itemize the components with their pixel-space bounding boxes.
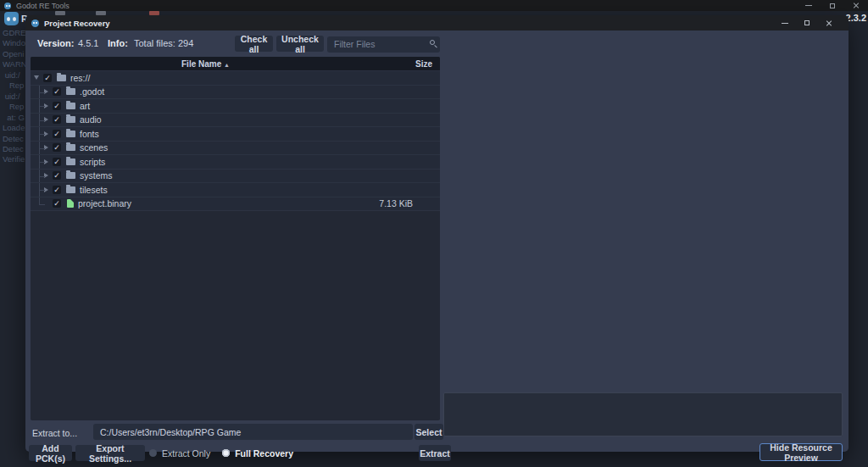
select-folder-button[interactable]: Select [415, 424, 443, 440]
background-log-output: GDREWindoOpeniWARN uid:/ Rep uid:/ Rep a… [3, 28, 25, 172]
uncheck-all-button[interactable]: Uncheck all [276, 36, 324, 52]
folder-icon [66, 131, 75, 137]
version-label: Version: [37, 38, 74, 48]
tree-guide-line [39, 114, 46, 127]
extract-button[interactable]: Extract [419, 445, 451, 461]
dialog-body: Version: 4.5.1 Info: Total files: 294 Ch… [25, 31, 849, 452]
tree-row[interactable]: ✓scenes [31, 142, 440, 156]
file-tree: File Name ▲ Size ✓res://✓.godot✓art✓audi… [31, 57, 440, 420]
tree-guide-line [39, 86, 46, 99]
tree-row[interactable]: ✓tilesets [31, 183, 440, 197]
row-checkbox[interactable]: ✓ [53, 199, 61, 208]
log-line: uid:/ [3, 70, 25, 81]
tree-row[interactable]: ✓systems [31, 170, 440, 184]
row-checkbox[interactable]: ✓ [53, 130, 61, 138]
row-label: fonts [80, 129, 99, 139]
tree-row[interactable]: ✓fonts [31, 127, 440, 142]
column-header-file-name[interactable]: File Name ▲ [31, 57, 381, 70]
tree-header: File Name ▲ Size [31, 57, 440, 71]
tree-row[interactable]: ✓project.binary7.13 KiB [31, 197, 440, 212]
log-line: Verifie [3, 154, 25, 164]
row-checkbox[interactable]: ✓ [53, 102, 61, 110]
tree-guide-line [39, 170, 46, 183]
row-checkbox[interactable]: ✓ [53, 115, 61, 124]
row-label: res:// [70, 73, 90, 83]
os-maximize-button[interactable] [821, 0, 844, 11]
screen: Godot RE Tools R 2.3.2 GDREWindoOpeniWAR… [0, 0, 868, 467]
log-line: Detec [3, 144, 25, 154]
dialog-minimize-button[interactable] [774, 15, 796, 31]
folder-icon [66, 103, 75, 109]
gdre-logo-icon [4, 12, 19, 25]
row-label: systems [80, 170, 113, 181]
log-line: GDRE [3, 28, 25, 38]
extract-path-input[interactable] [93, 424, 413, 440]
dialog-titlebar[interactable]: Project Recovery [25, 15, 849, 31]
dialog-icon [31, 19, 39, 27]
radio-selected-icon [222, 449, 230, 457]
tree-row[interactable]: ✓.godot [31, 86, 440, 100]
tree-guide-line [39, 197, 46, 211]
tree-row[interactable]: ✓res:// [31, 71, 440, 86]
recovery-mode-radio-group: Extract Only Full Recovery [149, 445, 293, 461]
log-line: Rep [3, 102, 25, 112]
os-window-title: Godot RE Tools [16, 2, 70, 10]
gdre-version: 2.3.2 [846, 13, 866, 23]
os-window-controls [797, 0, 868, 11]
os-close-button[interactable] [844, 0, 868, 11]
minimize-icon [782, 23, 788, 24]
row-label: art [80, 101, 90, 111]
tree-row[interactable]: ✓art [31, 99, 440, 114]
hide-resource-preview-button[interactable]: Hide Resource Preview [760, 443, 843, 461]
close-icon [826, 19, 832, 26]
row-checkbox[interactable]: ✓ [53, 143, 61, 152]
tree-guide-line [39, 142, 46, 155]
folder-icon [66, 186, 75, 193]
row-checkbox[interactable]: ✓ [53, 171, 61, 180]
info-label: Info: [108, 38, 128, 48]
row-checkbox[interactable]: ✓ [43, 74, 52, 82]
check-all-button[interactable]: Check all [235, 36, 273, 52]
dialog-window-controls [774, 15, 840, 31]
tree-row[interactable]: ✓scripts [31, 155, 440, 170]
add-pck-button[interactable]: Add PCK(s) [29, 445, 72, 461]
export-settings-button[interactable]: Export Settings... [75, 445, 145, 461]
os-minimize-button[interactable] [797, 0, 821, 11]
os-titlebar: Godot RE Tools [0, 0, 868, 11]
dialog-close-button[interactable] [818, 15, 840, 31]
file-name-header-label: File Name [181, 59, 221, 69]
radio-full-recovery[interactable]: Full Recovery [222, 448, 293, 459]
tree-row[interactable]: ✓audio [31, 114, 440, 128]
close-icon [853, 3, 860, 9]
log-line: Openi [3, 49, 25, 59]
folder-icon [66, 158, 75, 165]
collapse-arrow-icon[interactable] [34, 75, 39, 80]
dialog-maximize-button[interactable] [796, 15, 818, 31]
info-value: Total files: 294 [134, 38, 193, 48]
app-icon [4, 3, 11, 9]
row-label: project.binary [78, 198, 131, 208]
log-line: uid:/ [3, 92, 25, 102]
tree-guide-line [39, 183, 46, 197]
log-line: at: G [3, 113, 25, 123]
log-line: WARN [3, 59, 25, 69]
row-label: .godot [80, 86, 104, 97]
folder-icon [66, 172, 75, 179]
file-icon [67, 199, 74, 208]
row-label: audio [80, 114, 102, 125]
row-checkbox[interactable]: ✓ [53, 87, 61, 96]
radio-extract-only[interactable]: Extract Only [149, 448, 210, 459]
log-line: Loade [3, 123, 25, 133]
column-header-size[interactable]: Size [381, 57, 440, 70]
tree-guide-line [39, 127, 46, 141]
row-checkbox[interactable]: ✓ [53, 186, 61, 194]
log-line: Detec [3, 134, 25, 144]
radio-unselected-icon [149, 449, 157, 457]
filter-files-field [327, 36, 440, 52]
folder-icon [66, 88, 75, 95]
filter-files-input[interactable] [327, 36, 440, 53]
maximize-icon [830, 3, 835, 8]
radio-extract-only-label: Extract Only [162, 448, 210, 459]
folder-icon [66, 116, 75, 123]
row-checkbox[interactable]: ✓ [53, 158, 61, 166]
